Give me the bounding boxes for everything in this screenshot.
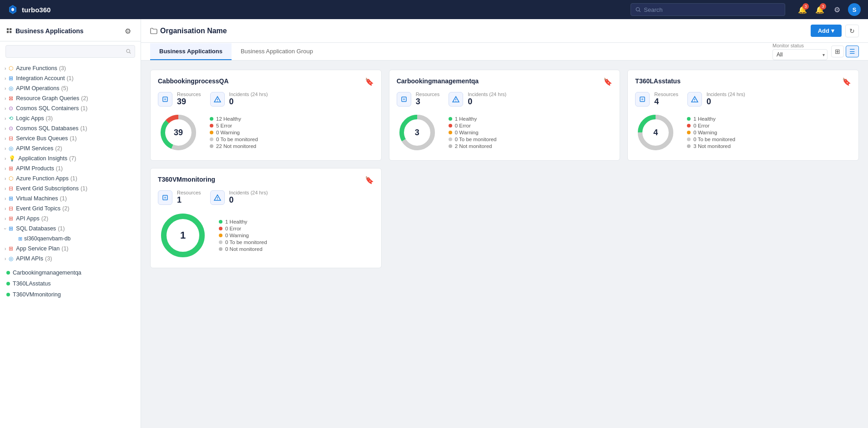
sidebar-item-service-bus[interactable]: › ⊟ Service Bus Queues (1) [0,133,141,143]
sidebar-item-label: Cosmos SQL Databases [16,125,78,132]
sidebar-item-apim-operations[interactable]: › ◎ APIM Operations (5) [0,83,141,93]
sidebar-list: › ⬡ Azure Functions (3) › ⊞ Integration … [0,61,141,428]
bookmark-button[interactable]: 🔖 [365,176,374,184]
sidebar-item-apim-apis[interactable]: › ◎ APIM APIs (3) [0,254,141,264]
bookmark-button[interactable]: 🔖 [842,77,851,86]
sidebar-item-azure-functions[interactable]: › ⬡ Azure Functions (3) [0,63,141,73]
legend-label: 5 Error [216,123,232,128]
sidebar-item-app-service-plan[interactable]: › ⊞ App Service Plan (1) [0,244,141,254]
refresh-button[interactable]: ↻ [845,25,859,37]
sidebar-item-event-grid-sub[interactable]: › ⊟ Event Grid Subscriptions (1) [0,183,141,194]
sql-databases-icon: ⊞ [9,225,13,232]
incidents-value: 0 [229,97,268,107]
svg-rect-6 [10,28,11,30]
sidebar-item-cosmos-containers[interactable]: › ⊙ Cosmos SQL Containers (1) [0,103,141,113]
card-body: 4 1 Healthy 0 Error 0 Warn [635,112,851,153]
sidebar-item-label: Service Bus Queues [16,135,68,142]
sidebar-item-logic-apps[interactable]: › ⟲ Logic Apps (3) [0,113,141,123]
org-name-text: Organisation Name [160,27,227,35]
legend-label: 0 To be monitored [216,137,258,142]
user-avatar[interactable]: S [848,3,861,16]
alerts-button[interactable]: 🔔 3 [813,3,826,16]
legend-to-monitor: 0 To be monitored [687,137,735,142]
monitor-status-select-wrapper: All Monitored Not monitored To be monito… [772,49,828,60]
cosmos-databases-icon: ⊙ [9,125,13,132]
resource-graph-icon: ⊠ [9,95,13,102]
card-view-button[interactable]: ⊞ [831,46,844,57]
sidebar-group-t360lasstatus[interactable]: T360LAsstatus [0,278,141,289]
sidebar-search-bar[interactable] [5,45,135,58]
integration-account-icon: ⊞ [9,75,13,82]
bookmark-button[interactable]: 🔖 [603,77,612,86]
chevron-icon: › [5,146,6,151]
sidebar-group-t360vmmonitoring[interactable]: T360VMmonitoring [0,289,141,300]
legend-error: 0 Error [449,123,497,128]
alerts-badge: 3 [820,3,826,10]
sidebar-item-integration-account[interactable]: › ⊞ Integration Account (1) [0,73,141,83]
sidebar-item-count: (1) [81,185,87,192]
incidents-value: 0 [468,97,506,107]
card-header: CabbookingprocessQA 🔖 [158,77,374,86]
sidebar-item-label: App Service Plan [16,245,60,252]
add-button[interactable]: Add ▾ [811,25,842,37]
search-input[interactable] [644,6,780,13]
legend-healthy: 1 Healthy [219,219,267,224]
cards-grid: CabbookingprocessQA 🔖 Resources [141,61,868,428]
header-actions: Add ▾ ↻ [811,25,859,37]
sidebar-item-count: (3) [46,115,53,122]
incidents-label: Incidents (24 hrs) [707,92,745,97]
chevron-icon: › [5,116,6,121]
search-bar[interactable] [631,3,785,16]
legend-dot-green [449,117,452,121]
sidebar-item-label: SQL Databases [16,225,56,232]
sidebar-group-carbookingmanagementqa[interactable]: Carbookingmanagementqa [0,267,141,278]
cube-icon [639,96,646,103]
sidebar-item-azure-function-apps[interactable]: › ⬡ Azure Function Apps (1) [0,173,141,183]
card-t360lasstatus: T360LAsstatus 🔖 Resources 4 [627,70,859,161]
sidebar-item-label: Cosmos SQL Containers [16,105,79,112]
sidebar-item-count: (1) [66,75,73,82]
sidebar-item-resource-graph[interactable]: › ⊠ Resource Graph Queries (2) [0,93,141,103]
apim-operations-icon: ◎ [9,85,13,92]
incidents-info: Incidents (24 hrs) 0 [229,92,268,107]
settings-button[interactable]: ⚙ [831,3,843,16]
sidebar-search-input[interactable] [10,48,126,55]
monitor-status-select[interactable]: All Monitored Not monitored To be monito… [772,49,828,60]
sidebar-item-apim-services[interactable]: › ◎ APIM Services (2) [0,143,141,153]
sidebar-item-label: APIM Services [16,145,53,152]
gear-icon: ⚙ [834,5,840,14]
sidebar-sub-item-sql-db[interactable]: ⊞ sl360qaenvbam-db [0,234,141,244]
legend-dot-red [210,124,213,127]
api-apps-icon: ⊞ [9,215,13,222]
search-icon [636,7,641,13]
sidebar-item-count: (2) [62,205,69,212]
incidents-icon [210,190,225,205]
notifications-button[interactable]: 🔔 3 [796,3,809,16]
legend-dot-gray [210,144,213,148]
incidents-stat: Incidents (24 hrs) 0 [210,190,268,205]
sidebar-item-event-grid-topics[interactable]: › ⊟ Event Grid Topics (2) [0,204,141,214]
list-view-button[interactable]: ☰ [846,46,859,57]
sidebar-item-apim-products[interactable]: › ⊞ APIM Products (1) [0,163,141,173]
sidebar-item-count: (1) [71,175,77,182]
logo-icon [7,4,18,15]
sidebar-item-api-apps[interactable]: › ⊞ API Apps (2) [0,214,141,224]
app-insights-icon: 💡 [9,155,15,162]
apim-products-icon: ⊞ [9,165,13,172]
sidebar-item-label: APIM Operations [16,85,59,92]
bookmark-button[interactable]: 🔖 [365,77,374,86]
sidebar-settings-button[interactable]: ⚙ [121,25,134,37]
resources-label: Resources [177,190,201,195]
sidebar-item-cosmos-databases[interactable]: › ⊙ Cosmos SQL Databases (1) [0,123,141,133]
tab-business-application-group[interactable]: Business Application Group [232,43,322,60]
card-title: T360VMmonitoring [158,176,215,183]
sidebar-item-app-insights[interactable]: › 💡 Application Insights (7) [0,153,141,163]
grid-icon [6,28,13,34]
incidents-info: Incidents (24 hrs) 0 [707,92,745,107]
sidebar-item-sql-databases[interactable]: › ⊞ SQL Databases (1) [0,224,141,234]
sidebar-item-count: (7) [69,155,76,162]
legend-label: 0 Warning [693,130,717,135]
tabs: Business Applications Business Applicati… [150,43,322,60]
sidebar-item-virtual-machines[interactable]: › ⊞ Virtual Machines (1) [0,194,141,204]
tab-business-applications[interactable]: Business Applications [150,43,232,60]
